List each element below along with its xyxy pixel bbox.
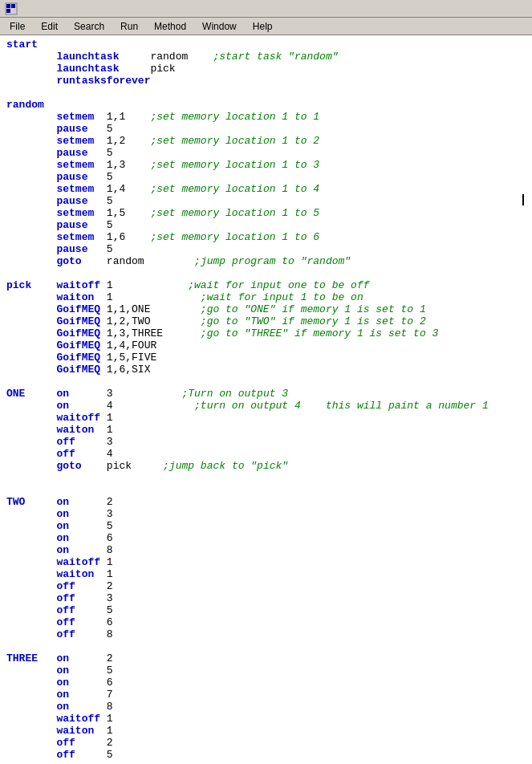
menu-file[interactable]: File (3, 19, 31, 34)
svg-rect-1 (6, 4, 10, 8)
editor-area[interactable]: start launchtask random ;start task "ran… (0, 35, 532, 764)
menu-method[interactable]: Method (148, 19, 193, 34)
title-bar (0, 0, 532, 18)
menu-help[interactable]: Help (246, 19, 279, 34)
menu-edit[interactable]: Edit (35, 19, 64, 34)
menu-bar: File Edit Search Run Method Window Help (0, 18, 532, 35)
code-content: start launchtask random ;start task "ran… (6, 39, 526, 761)
text-cursor (522, 194, 524, 205)
svg-rect-2 (11, 4, 15, 8)
app-icon (5, 2, 18, 15)
svg-rect-3 (6, 9, 10, 13)
menu-window[interactable]: Window (196, 19, 243, 34)
menu-search[interactable]: Search (67, 19, 111, 34)
menu-run[interactable]: Run (114, 19, 144, 34)
